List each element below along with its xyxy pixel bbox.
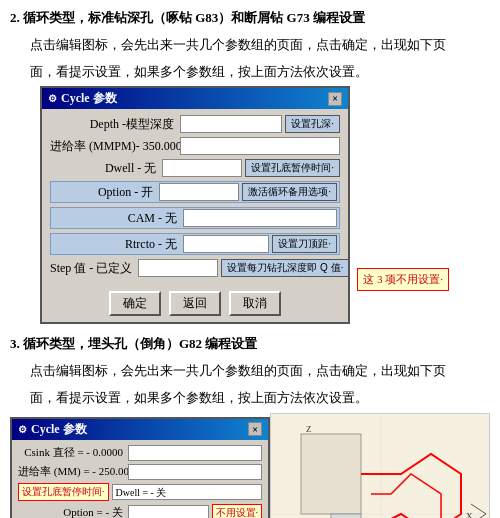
machine-svg: X Y Z xyxy=(271,414,490,518)
dialog1-back-btn[interactable]: 返回 xyxy=(169,291,221,316)
dialog2-body: Csink 直径 = - 0.0000 进给率 (MM) = - 250.000… xyxy=(12,440,268,518)
section3-header: 3. 循环类型，埋头孔（倒角）G82 编程设置 xyxy=(10,334,490,355)
field-row-dwell: Dwell - 无 设置孔底暂停时间· xyxy=(50,159,340,177)
field-input-rtrcto[interactable] xyxy=(183,235,269,253)
section2-desc2: 面，看提示设置，如果多个参数组，按上面方法依次设置。 xyxy=(30,62,491,83)
field-input-cam[interactable] xyxy=(183,209,337,227)
callout-no-set: 这 3 项不用设置· xyxy=(357,268,449,291)
field-row-option: Option - 开 激活循环备用选项· xyxy=(50,181,340,203)
section3: 3. 循环类型，埋头孔（倒角）G82 编程设置 点击编辑图标，会先出来一共几个参… xyxy=(10,334,490,518)
svg-rect-4 xyxy=(331,514,361,518)
field-btn-option[interactable]: 激活循环备用选项· xyxy=(242,183,337,201)
dialog2-title: Cycle 参数 xyxy=(31,421,248,438)
dialog2-titlebar: ⚙ Cycle 参数 × xyxy=(12,419,268,440)
dialog1-footer: 确定 返回 取消 xyxy=(42,287,348,322)
field-label2-csink: Csink 直径 = - 0.0000 xyxy=(18,445,128,460)
no-set-option2: 不用设置· xyxy=(212,504,263,518)
svg-text:Z: Z xyxy=(306,424,312,434)
dialog1-body: Depth -模型深度 设置孔深· 进给率 (MMPM)- 350.0000 D… xyxy=(42,109,348,287)
section3-layout: ⚙ Cycle 参数 × Csink 直径 = - 0.0000 进给率 (MM… xyxy=(10,413,490,518)
field-row-rtrcto: Rtrcto - 无 设置刀顶距· xyxy=(50,233,340,255)
field-input-depth[interactable] xyxy=(180,115,282,133)
cycle-dialog-1: ⚙ Cycle 参数 × Depth -模型深度 设置孔深· 进给率 (MMPM… xyxy=(40,86,350,324)
field-label-step: Step 值 - 已定义 xyxy=(50,260,138,277)
field-label-depth: Depth -模型深度 xyxy=(50,116,180,133)
field-input-feedrate[interactable] xyxy=(180,137,340,155)
field-input2-option2[interactable] xyxy=(128,505,209,518)
field-row2-feedrate: 进给率 (MM) = - 250.0000 xyxy=(18,464,262,480)
section2-header: 2. 循环类型，标准钻深孔（啄钻 G83）和断屑钻 G73 编程设置 xyxy=(10,8,490,29)
field-input-dwell[interactable] xyxy=(162,159,242,177)
field-row-step: Step 值 - 已定义 设置每刀钻孔深度即 Q 值· xyxy=(50,259,340,277)
section3-desc2: 面，看提示设置，如果多个参数组，按上面方法依次设置。 xyxy=(30,388,491,409)
svg-rect-3 xyxy=(301,434,361,514)
field-input2-feedrate2[interactable] xyxy=(128,464,262,480)
dialog1-confirm-btn[interactable]: 确定 xyxy=(109,291,161,316)
field-label-cam: CAM - 无 xyxy=(53,210,183,227)
dialog1-title: Cycle 参数 xyxy=(61,90,328,107)
dialog2-icon: ⚙ xyxy=(18,424,27,435)
field-btn-dwell[interactable]: 设置孔底暂停时间· xyxy=(245,159,340,177)
field-row2-dwell2: 设置孔底暂停时间· Dwell = - 关 xyxy=(18,483,262,501)
dialog1-cancel-btn[interactable]: 取消 xyxy=(229,291,281,316)
highlight-label-dwell2: 设置孔底暂停时间· xyxy=(18,483,109,501)
field-btn-rtrcto[interactable]: 设置刀顶距· xyxy=(272,235,337,253)
field-label2-option2: Option = - 关 xyxy=(18,505,128,518)
field-row-depth: Depth -模型深度 设置孔深· xyxy=(50,115,340,133)
field-label-dwell: Dwell - 无 xyxy=(50,160,162,177)
field-label2-feedrate2: 进给率 (MM) = - 250.0000 xyxy=(18,464,128,479)
svg-text:X: X xyxy=(466,511,473,518)
field-btn-depth[interactable]: 设置孔深· xyxy=(285,115,340,133)
field-input-step[interactable] xyxy=(138,259,218,277)
field-row2-option2: Option = - 关 不用设置· xyxy=(18,504,262,518)
field-label-rtrcto: Rtrcto - 无 xyxy=(53,236,183,253)
field-btn-step[interactable]: 设置每刀钻孔深度即 Q 值· xyxy=(221,259,349,277)
machine-graphic: X Y Z xyxy=(270,413,490,518)
section2-desc1: 点击编辑图标，会先出来一共几个参数组的页面，点击确定，出现如下页 xyxy=(30,35,491,56)
field-row-feedrate: 进给率 (MMPM)- 350.0000 xyxy=(50,137,340,155)
field-label-option: Option - 开 xyxy=(53,184,159,201)
dialog1-close-btn[interactable]: × xyxy=(328,92,342,106)
section2: 2. 循环类型，标准钻深孔（啄钻 G83）和断屑钻 G73 编程设置 点击编辑图… xyxy=(10,8,490,324)
field-row-cam: CAM - 无 这 3 项不用设置· xyxy=(50,207,340,229)
dialog1-titlebar: ⚙ Cycle 参数 × xyxy=(42,88,348,109)
dialog1-icon: ⚙ xyxy=(48,93,57,104)
field-input2-csink[interactable] xyxy=(128,445,262,461)
cycle-dialog-2: ⚙ Cycle 参数 × Csink 直径 = - 0.0000 进给率 (MM… xyxy=(10,417,270,518)
dialog2-close-btn[interactable]: × xyxy=(248,422,262,436)
field-input2-dwell2[interactable]: Dwell = - 关 xyxy=(112,484,263,500)
field-row2-csink: Csink 直径 = - 0.0000 xyxy=(18,445,262,461)
section3-desc1: 点击编辑图标，会先出来一共几个参数组的页面，点击确定，出现如下页 xyxy=(30,361,491,382)
field-label-feedrate: 进给率 (MMPM)- 350.0000 xyxy=(50,138,180,155)
field-input-option[interactable] xyxy=(159,183,239,201)
